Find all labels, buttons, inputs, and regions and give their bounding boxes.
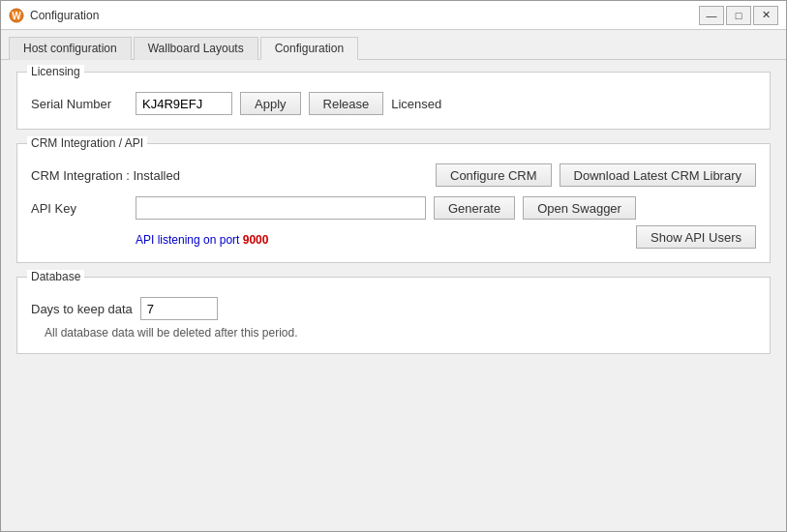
window-title: Configuration	[30, 9, 699, 22]
licensing-section: Licensing Serial Number Apply Release Li…	[16, 72, 771, 130]
db-info-text: All database data will be deleted after …	[45, 326, 756, 340]
crm-section: CRM Integration / API CRM Integration : …	[16, 143, 771, 263]
open-swagger-button[interactable]: Open Swagger	[523, 196, 636, 220]
tab-bar: Host configuration Wallboard Layouts Con…	[1, 30, 786, 60]
api-port: 9000	[243, 233, 269, 247]
crm-status-label: CRM Integration : Installed	[31, 168, 186, 183]
content-area: Licensing Serial Number Apply Release Li…	[1, 60, 786, 531]
days-input[interactable]	[140, 297, 218, 320]
show-api-users-button[interactable]: Show API Users	[636, 225, 756, 249]
licensing-row: Serial Number Apply Release Licensed	[31, 92, 756, 115]
release-button[interactable]: Release	[309, 92, 384, 115]
api-key-input[interactable]	[136, 196, 426, 220]
tab-configuration[interactable]: Configuration	[260, 37, 358, 60]
api-key-row: API Key Generate Open Swagger	[31, 196, 756, 220]
database-section: Database Days to keep data All database …	[16, 277, 771, 354]
crm-top-buttons: Configure CRM Download Latest CRM Librar…	[436, 163, 756, 187]
tab-wallboard-layouts[interactable]: Wallboard Layouts	[134, 37, 258, 60]
serial-number-label: Serial Number	[31, 97, 128, 111]
main-window: W Configuration — □ ✕ Host configuration…	[0, 0, 787, 532]
download-crm-button[interactable]: Download Latest CRM Library	[560, 163, 756, 187]
app-icon: W	[9, 8, 24, 23]
configure-crm-button[interactable]: Configure CRM	[436, 163, 552, 187]
serial-number-input[interactable]	[136, 92, 232, 115]
maximize-button[interactable]: □	[726, 6, 751, 25]
generate-button[interactable]: Generate	[434, 196, 515, 220]
minimize-button[interactable]: —	[699, 6, 724, 25]
api-info-text: API listening on port 9000	[136, 233, 268, 247]
title-bar: W Configuration — □ ✕	[1, 1, 786, 30]
crm-top-row: CRM Integration : Installed Configure CR…	[31, 163, 756, 187]
svg-text:W: W	[12, 11, 21, 21]
days-label: Days to keep data	[31, 302, 133, 316]
licensing-title: Licensing	[27, 65, 84, 78]
crm-title: CRM Integration / API	[27, 136, 147, 150]
license-status: Licensed	[391, 97, 441, 111]
tab-host-configuration[interactable]: Host configuration	[9, 37, 132, 60]
window-controls: — □ ✕	[699, 6, 778, 25]
api-listening-label: API listening on port	[136, 233, 243, 247]
database-title: Database	[27, 270, 84, 283]
apply-button[interactable]: Apply	[240, 92, 301, 115]
days-row: Days to keep data	[31, 297, 756, 320]
api-info-row: API listening on port 9000 Show API User…	[31, 225, 756, 249]
api-key-label: API Key	[31, 201, 128, 216]
close-button[interactable]: ✕	[753, 6, 778, 25]
